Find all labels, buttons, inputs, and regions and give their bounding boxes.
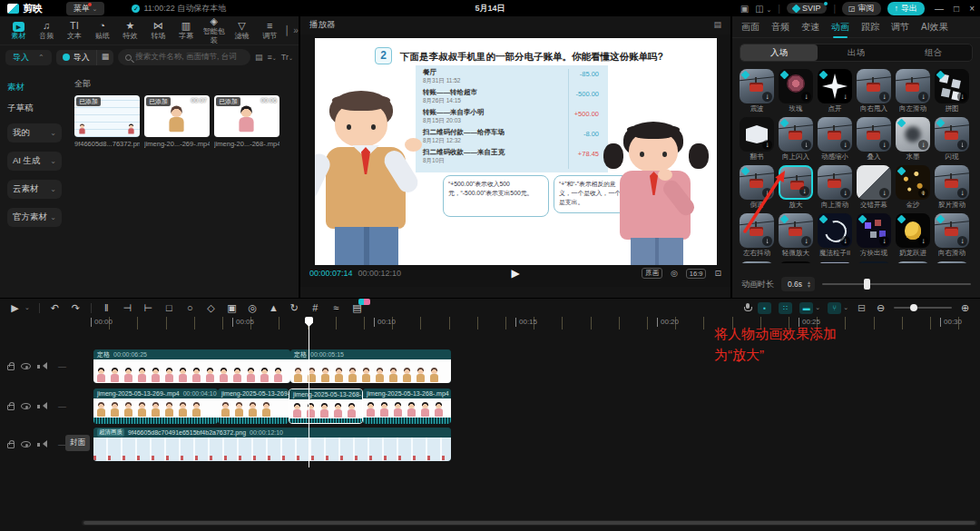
lock-icon[interactable]	[7, 405, 15, 410]
export-button[interactable]: ↑ 导出	[887, 2, 926, 15]
anim-item-13[interactable]: ↓倒退	[740, 165, 774, 210]
media-card[interactable]: 已添加00:07jimeng-20...-269-.mp4	[144, 95, 210, 148]
reverse-icon[interactable]: ◎	[247, 302, 259, 314]
anim-item-29[interactable]: ↓	[896, 261, 930, 263]
anim-item-5[interactable]: ↓向左滑动	[896, 69, 930, 113]
svip-button[interactable]: SVIP	[787, 3, 828, 14]
eye-icon[interactable]	[21, 441, 31, 447]
sidebar-item-cloud-assets[interactable]: 云素材⌄	[7, 180, 62, 199]
preview-axis-toggle-caret[interactable]: ⌄	[815, 304, 820, 311]
linkage-toggle[interactable]: ∷	[779, 302, 792, 314]
timeline-zoom-handle[interactable]	[910, 304, 917, 311]
timecode-icon[interactable]: ⊟	[856, 302, 867, 314]
anim-item-10[interactable]: ↓叠入	[857, 117, 891, 162]
anim-item-12[interactable]: ↓闪现	[935, 117, 969, 162]
ratio-button[interactable]: 16:9	[686, 269, 707, 279]
layout-icon[interactable]: ◫ ⌄	[755, 4, 771, 14]
scrollbar-thumb[interactable]	[83, 521, 975, 525]
sidebar-item-official-assets[interactable]: 官方素材⌄	[7, 208, 62, 227]
zoom-in-icon[interactable]: ⊕	[959, 302, 971, 314]
quality-button[interactable]: 原画	[642, 268, 662, 279]
panel-tab-animation[interactable]: 动画	[831, 17, 849, 37]
media-tab-caption[interactable]: ▥字幕	[173, 20, 200, 41]
panel-tab-speed[interactable]: 变速	[801, 17, 819, 37]
duration-stepper[interactable]: 0.6s ▲▼	[781, 277, 815, 291]
anim-item-21[interactable]: ↓魔法粒子II	[818, 213, 852, 258]
anim-item-8[interactable]: ↓向上闪入	[779, 117, 813, 162]
main-track-magnet-toggle[interactable]: ⑂	[828, 302, 841, 314]
redo-icon[interactable]: ↷	[70, 302, 82, 314]
anim-item-20[interactable]: ↓轻微放大	[779, 213, 813, 258]
anim-item-27[interactable]: ↓	[818, 261, 852, 263]
anim-item-28[interactable]: ↓	[857, 261, 891, 263]
track-collapse-icon[interactable]: —	[58, 402, 66, 411]
mirror-icon[interactable]: ▲	[268, 302, 279, 313]
material-library-button[interactable]: ▦	[96, 50, 114, 65]
snap-toggle[interactable]: ▪	[758, 302, 771, 314]
screen-mirror-icon[interactable]: ▣	[740, 4, 749, 14]
subtab-out[interactable]: 出场	[818, 44, 895, 61]
anim-item-22[interactable]: ↓方块出现	[857, 213, 891, 258]
main-track-magnet-toggle-caret[interactable]: ⌄	[843, 304, 848, 311]
select-tool-icon[interactable]: ▶	[9, 302, 21, 314]
anim-item-19[interactable]: ↓左右抖动	[740, 213, 774, 258]
anim-item-23[interactable]: ↓奶龙跃进	[896, 213, 930, 258]
timeline-clip[interactable]: 定格00:00:06:25	[93, 349, 290, 383]
lock-icon[interactable]	[7, 443, 15, 448]
fullscreen-icon[interactable]: ⊡	[714, 269, 721, 278]
player-layout-icon[interactable]: ▤	[713, 20, 721, 29]
menu-button[interactable]: 菜单 ⌄	[66, 2, 104, 15]
split-icon[interactable]: ‖	[101, 302, 113, 313]
anim-item-14[interactable]: ↓放大	[779, 165, 813, 210]
import-select[interactable]: 导入 ⌃	[5, 50, 52, 65]
delete-icon[interactable]: □	[163, 302, 175, 313]
media-tab-text[interactable]: TI文本	[62, 20, 88, 41]
sort-icon[interactable]: ≡⌄	[268, 53, 277, 62]
mute-icon[interactable]	[37, 402, 46, 410]
media-tab-transition[interactable]: ⋈转场	[145, 20, 172, 41]
cover-button[interactable]: 封面	[65, 435, 90, 451]
anim-item-1[interactable]: ↓震波	[740, 69, 774, 113]
anim-item-26[interactable]: ↓	[779, 261, 813, 263]
anim-item-11[interactable]: ↓水墨	[896, 117, 930, 162]
microphone-icon[interactable]	[744, 303, 750, 312]
media-tab-sticker[interactable]: ◔贴纸	[89, 20, 115, 41]
timeline-zoom-slider[interactable]	[894, 307, 952, 309]
select-tool-caret[interactable]: ⌄	[24, 304, 30, 311]
anim-item-7[interactable]: ↓翻书	[740, 117, 774, 162]
close-button[interactable]: ×	[969, 4, 975, 14]
eye-icon[interactable]	[21, 403, 31, 409]
review-button[interactable]: ◲ 审阅	[842, 2, 881, 15]
maximize-button[interactable]: □	[954, 4, 959, 14]
rotate-icon[interactable]: ↻	[289, 302, 300, 314]
pip-icon[interactable]: ▣	[226, 302, 238, 314]
trim-left-icon[interactable]: ⊣	[122, 302, 133, 314]
stepper-arrows[interactable]: ▲▼	[807, 280, 811, 288]
lock-icon[interactable]	[7, 365, 15, 370]
anim-item-9[interactable]: ↓动感缩小	[818, 117, 852, 162]
media-tab-smart-pack[interactable]: ◈智能包装	[201, 15, 227, 44]
sidebar-item-ai-generated[interactable]: AI 生成⌄	[7, 152, 62, 171]
anim-item-17[interactable]: ↓金沙	[896, 165, 930, 210]
subtab-combo[interactable]: 组合	[895, 44, 972, 61]
mask-icon[interactable]: ○	[184, 302, 196, 313]
view-toggle-icon[interactable]: ▤	[255, 53, 263, 62]
text-filter-icon[interactable]: Tr⌄	[281, 53, 293, 62]
preview-axis-toggle[interactable]: ▬	[799, 302, 813, 314]
zoom-out-icon[interactable]: ⊖	[875, 302, 887, 314]
media-card[interactable]: 已添加00:06jimeng-20...-268-.mp4	[214, 95, 279, 148]
match-cut-icon[interactable]: ≈	[330, 302, 342, 313]
duration-slider-handle[interactable]	[864, 279, 870, 290]
sidebar-item-material[interactable]: 素材	[7, 82, 62, 93]
track-collapse-icon[interactable]: —	[58, 362, 66, 371]
duration-slider[interactable]	[822, 283, 971, 285]
panel-tab-video[interactable]: 画面	[741, 17, 760, 37]
trim-right-icon[interactable]: ⊢	[142, 302, 154, 314]
media-tab-audio[interactable]: ♫音频	[34, 20, 60, 41]
timeline-clip[interactable]: jimeng-2025-05-13-269-.mp400:00:04:10	[93, 388, 218, 424]
panel-tab-ai-effects[interactable]: AI效果	[921, 17, 947, 37]
import-button[interactable]: 导入	[56, 50, 96, 65]
anim-item-6[interactable]: ↓拼图	[935, 69, 969, 113]
anim-item-3[interactable]: ↓点开	[818, 69, 852, 113]
anim-item-15[interactable]: ↓向上滑动	[818, 165, 852, 210]
